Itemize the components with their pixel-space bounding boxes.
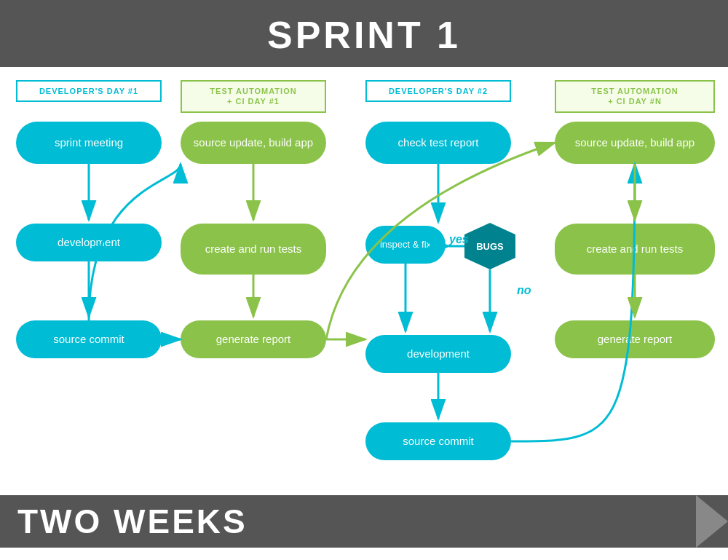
col-ci1-label: TEST AUTOMATION+ CI DAY #1 xyxy=(181,80,326,113)
page-title: SPRINT 1 xyxy=(0,13,728,57)
col-dev2-label: DEVELOPER'S DAY #2 xyxy=(365,80,511,102)
source-update1-box: source update, build app xyxy=(181,122,326,164)
development2-box: development xyxy=(365,335,511,373)
generate-report1-box: generate report xyxy=(181,320,326,358)
bugs-shape: BUGS xyxy=(464,223,515,269)
no-label: no xyxy=(517,284,531,297)
inspect-fix-box: inspect & fix xyxy=(365,226,446,264)
create-run-tests2-box: create and run tests xyxy=(555,224,715,275)
generate-report2-box: generate report xyxy=(555,320,715,358)
col-cin-label: TEST AUTOMATION+ CI DAY #N xyxy=(555,80,715,113)
timeline-bar: TWO WEEKS xyxy=(0,495,728,548)
source-commit2-box: source commit xyxy=(365,422,511,460)
header: SPRINT 1 xyxy=(0,0,728,67)
main-content: DEVELOPER'S DAY #1 TEST AUTOMATION+ CI D… xyxy=(0,67,728,548)
col-dev1-label: DEVELOPER'S DAY #1 xyxy=(16,80,162,102)
source-update2-box: source update, build app xyxy=(555,122,715,164)
sprint-meeting-box: sprint meeting xyxy=(16,122,162,164)
timeline-label: TWO WEEKS xyxy=(17,502,248,541)
development1-box: development xyxy=(16,224,162,261)
yes-label: yes xyxy=(449,233,469,246)
check-test-report-box: check test report xyxy=(365,122,511,164)
create-run-tests1-box: create and run tests xyxy=(181,224,326,275)
source-commit1-box: source commit xyxy=(16,320,162,358)
timeline-arrow-icon xyxy=(696,495,728,548)
